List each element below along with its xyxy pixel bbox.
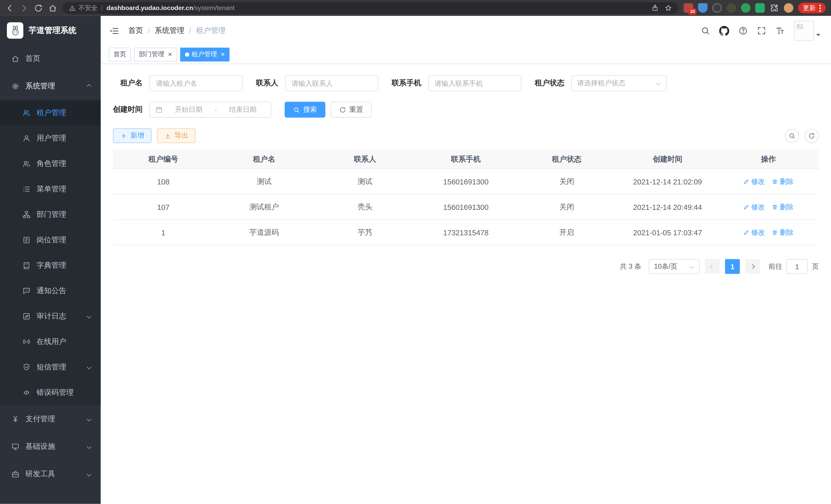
tag-tenant[interactable]: 租户管理 × bbox=[180, 48, 229, 61]
sidebar-item-label: 首页 bbox=[25, 54, 40, 63]
tag-dept[interactable]: 部门管理 × bbox=[134, 48, 177, 61]
filter-status: 租户状态 请选择租户状态 bbox=[535, 75, 667, 91]
export-button[interactable]: 导出 bbox=[157, 128, 196, 143]
close-icon[interactable]: × bbox=[221, 51, 225, 58]
sidebar-item-label: 租户管理 bbox=[36, 108, 66, 118]
prev-page-button[interactable] bbox=[705, 259, 720, 274]
cell-tenant-id: 108 bbox=[113, 169, 213, 194]
sidebar-item-user[interactable]: 用户管理 bbox=[0, 126, 101, 151]
sidebar-item-label: 基础设施 bbox=[25, 442, 55, 451]
profile-avatar-icon[interactable] bbox=[784, 3, 793, 12]
search-icon[interactable] bbox=[701, 26, 710, 35]
github-icon[interactable] bbox=[719, 26, 729, 36]
close-icon[interactable]: × bbox=[168, 51, 172, 58]
refresh-icon bbox=[808, 132, 815, 139]
help-icon[interactable] bbox=[738, 26, 748, 35]
sidebar-item-dev-tools[interactable]: 研发工具 bbox=[0, 460, 101, 488]
security-label: 不安全 bbox=[78, 3, 97, 12]
chevron-down-icon bbox=[87, 417, 91, 421]
add-button[interactable]: 新增 bbox=[113, 128, 152, 143]
sidebar-item-notice[interactable]: 通知公告 bbox=[0, 278, 101, 304]
reload-icon[interactable] bbox=[34, 3, 43, 12]
edit-button[interactable]: 修改 bbox=[743, 228, 765, 237]
sidebar-item-label: 岗位管理 bbox=[36, 235, 66, 245]
extension-icon[interactable] bbox=[712, 3, 722, 12]
update-label: 更新 bbox=[803, 3, 816, 12]
badge-icon bbox=[22, 236, 31, 244]
gear-icon bbox=[11, 82, 20, 91]
button-label: 重置 bbox=[349, 105, 363, 114]
next-page-button[interactable] bbox=[745, 259, 760, 274]
security-indicator[interactable]: 不安全 bbox=[69, 3, 97, 12]
goto-page-input[interactable] bbox=[786, 259, 808, 274]
page-size-select[interactable]: 10条/页 bbox=[649, 259, 700, 274]
book-icon bbox=[22, 261, 31, 270]
browser-home-icon[interactable] bbox=[48, 3, 57, 12]
reset-button[interactable]: 重置 bbox=[331, 102, 372, 118]
breadcrumb-item[interactable]: 系统管理 bbox=[155, 26, 184, 35]
phone-input[interactable] bbox=[428, 75, 522, 91]
font-size-icon[interactable] bbox=[775, 26, 785, 35]
delete-button[interactable]: 删除 bbox=[772, 228, 794, 237]
fullscreen-icon[interactable] bbox=[757, 26, 766, 35]
extension-icon[interactable] bbox=[755, 3, 765, 12]
sidebar-item-tenant[interactable]: 租户管理 bbox=[0, 100, 101, 126]
sidebar-item-dept[interactable]: 部门管理 bbox=[0, 202, 101, 227]
extension-icon[interactable] bbox=[741, 3, 750, 12]
user-menu[interactable] bbox=[794, 21, 821, 40]
sidebar-item-menu-mgmt[interactable]: 菜单管理 bbox=[0, 176, 101, 202]
refresh-table-button[interactable] bbox=[805, 128, 819, 143]
forward-icon[interactable] bbox=[20, 3, 29, 12]
sidebar-item-home[interactable]: 首页 bbox=[0, 45, 101, 72]
sidebar-fold-icon[interactable] bbox=[109, 26, 119, 36]
delete-button[interactable]: 删除 bbox=[772, 202, 794, 212]
page-number-button[interactable]: 1 bbox=[725, 259, 740, 274]
browser-menu-icon[interactable] bbox=[820, 5, 821, 11]
column-header: 租户编号 bbox=[113, 150, 213, 169]
cell-phone: 17321315478 bbox=[416, 220, 516, 245]
cell-tenant-id: 107 bbox=[113, 195, 213, 219]
app-logo[interactable]: 芋道管理系统 bbox=[0, 16, 101, 45]
sidebar-item-dict[interactable]: 字典管理 bbox=[0, 253, 101, 278]
extensions-area: 10 更新 bbox=[684, 3, 826, 13]
sidebar-item-online-users[interactable]: 在线用户 bbox=[0, 329, 101, 355]
cell-phone: 15601691300 bbox=[416, 195, 516, 219]
tag-label: 租户管理 bbox=[192, 50, 217, 59]
share-icon[interactable] bbox=[651, 4, 659, 12]
search-button[interactable]: 搜索 bbox=[285, 102, 325, 118]
sidebar-item-audit-log[interactable]: 审计日志 bbox=[0, 304, 101, 329]
status-select[interactable]: 请选择租户状态 bbox=[571, 75, 666, 91]
create-time-range-picker[interactable]: 开始日期 - 结束日期 bbox=[149, 102, 271, 118]
sidebar-item-system[interactable]: 系统管理 bbox=[0, 73, 101, 100]
sidebar-item-label: 用户管理 bbox=[36, 134, 66, 143]
sidebar-item-post[interactable]: 岗位管理 bbox=[0, 227, 101, 253]
screen: 不安全 dashboard.yudao.iocoder.cn/system/te… bbox=[0, 0, 831, 504]
toggle-search-button[interactable] bbox=[785, 128, 799, 143]
main-panel: 首页 / 系统管理 / 租户管理 bbox=[101, 16, 831, 504]
sidebar-item-role[interactable]: 角色管理 bbox=[0, 151, 101, 176]
cell-phone: 15601691300 bbox=[416, 169, 516, 194]
chevron-down-icon bbox=[656, 81, 661, 86]
sidebar-item-sms[interactable]: 短信管理 bbox=[0, 355, 101, 380]
contact-input[interactable] bbox=[285, 75, 378, 91]
sidebar-item-payment[interactable]: 支付管理 bbox=[0, 405, 101, 433]
trash-icon bbox=[772, 178, 778, 185]
tag-home[interactable]: 首页 bbox=[109, 48, 131, 61]
update-browser-button[interactable]: 更新 bbox=[798, 3, 826, 13]
bookmark-star-icon[interactable] bbox=[664, 4, 672, 12]
tenant-name-input[interactable] bbox=[149, 75, 243, 91]
breadcrumb-item[interactable]: 首页 bbox=[128, 26, 143, 35]
delete-button[interactable]: 删除 bbox=[772, 177, 794, 186]
extensions-puzzle-icon[interactable] bbox=[770, 3, 779, 12]
cell-status: 关闭 bbox=[516, 195, 617, 219]
extension-icon[interactable]: 10 bbox=[684, 3, 693, 12]
edit-button[interactable]: 修改 bbox=[743, 177, 765, 186]
extension-icon[interactable] bbox=[727, 3, 736, 12]
address-bar[interactable]: 不安全 dashboard.yudao.iocoder.cn/system/te… bbox=[62, 2, 678, 13]
edit-button[interactable]: 修改 bbox=[743, 202, 765, 212]
sidebar-item-infrastructure[interactable]: 基础设施 bbox=[0, 433, 101, 460]
extension-icon[interactable] bbox=[698, 3, 708, 12]
user-avatar[interactable] bbox=[794, 21, 814, 40]
sidebar-item-error-code[interactable]: 错误码管理 bbox=[0, 380, 101, 405]
back-icon[interactable] bbox=[5, 3, 15, 12]
